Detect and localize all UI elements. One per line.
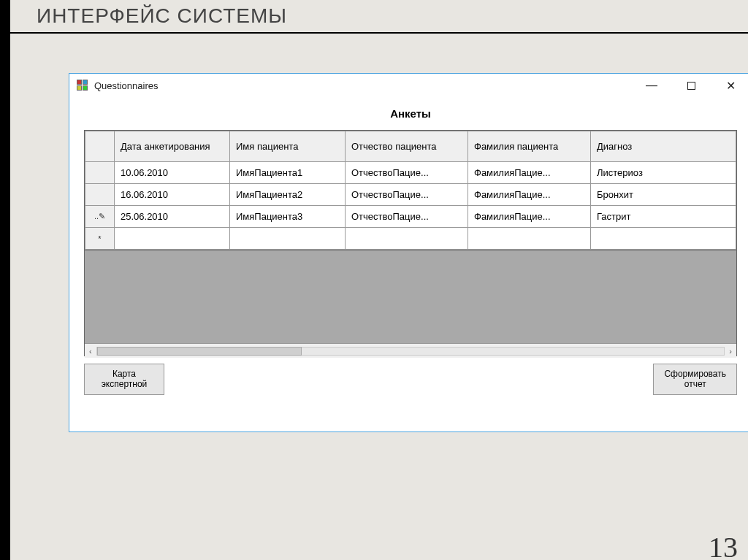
row-indicator: [85, 184, 115, 206]
cell[interactable]: ФамилияПацие...: [468, 206, 591, 228]
window-controls: — ✕: [642, 76, 740, 95]
cell[interactable]: 25.06.2010: [115, 206, 230, 228]
cell[interactable]: ОтчествоПацие...: [346, 206, 468, 228]
cell[interactable]: ОтчествоПацие...: [346, 184, 468, 206]
page-number: 13: [709, 530, 738, 560]
data-grid[interactable]: Дата анкетирования Имя пациента Отчество…: [84, 130, 737, 356]
col-first-name[interactable]: Имя пациента: [230, 131, 346, 162]
table-row-new[interactable]: *: [85, 228, 736, 250]
minimize-button[interactable]: —: [642, 76, 661, 95]
horizontal-scrollbar[interactable]: ‹ ›: [85, 343, 736, 358]
cell[interactable]: [591, 228, 736, 250]
close-button[interactable]: ✕: [721, 76, 740, 95]
cell[interactable]: ИмяПациента3: [230, 206, 346, 228]
maximize-button[interactable]: [682, 76, 701, 95]
scrollbar-thumb[interactable]: [97, 347, 302, 356]
row-indicator-new: *: [85, 228, 115, 250]
cell[interactable]: Бронхит: [591, 184, 736, 206]
row-indicator: [85, 162, 115, 184]
table-header-row: Дата анкетирования Имя пациента Отчество…: [85, 131, 736, 162]
window-title: Questionnaires: [94, 80, 158, 91]
table-row[interactable]: ..✎ 25.06.2010 ИмяПациента3 ОтчествоПаци…: [85, 206, 736, 228]
row-header-corner: [85, 131, 115, 162]
cell[interactable]: [468, 228, 591, 250]
cell[interactable]: ИмяПациента2: [230, 184, 346, 206]
cell[interactable]: ФамилияПацие...: [468, 184, 591, 206]
grid-empty-area: [85, 250, 736, 343]
col-diagnosis[interactable]: Диагноз: [591, 131, 736, 162]
cell[interactable]: ОтчествоПацие...: [346, 162, 468, 184]
scrollbar-track[interactable]: [96, 347, 725, 356]
generate-report-button[interactable]: Сформироватьотчет: [653, 364, 737, 395]
cell[interactable]: 10.06.2010: [115, 162, 230, 184]
expert-card-button[interactable]: Картаэкспертной: [84, 364, 164, 395]
col-patronymic[interactable]: Отчество пациента: [346, 131, 468, 162]
cell[interactable]: Листериоз: [591, 162, 736, 184]
titlebar: Questionnaires — ✕: [69, 74, 748, 97]
cell[interactable]: 16.06.2010: [115, 184, 230, 206]
cell[interactable]: [230, 228, 346, 250]
cell[interactable]: [115, 228, 230, 250]
cell[interactable]: ИмяПациента1: [230, 162, 346, 184]
table-row[interactable]: 16.06.2010 ИмяПациента2 ОтчествоПацие...…: [85, 184, 736, 206]
row-indicator-edit: ..✎: [85, 206, 115, 228]
cell[interactable]: ФамилияПацие...: [468, 162, 591, 184]
app-window: Questionnaires — ✕ Анкеты: [69, 73, 748, 432]
table-row[interactable]: 10.06.2010 ИмяПациента1 ОтчествоПацие...…: [85, 162, 736, 184]
scroll-left-icon[interactable]: ‹: [89, 347, 92, 356]
cell[interactable]: [346, 228, 468, 250]
grid-heading: Анкеты: [84, 107, 737, 120]
scroll-right-icon[interactable]: ›: [729, 347, 732, 356]
slide-title-underline: [10, 32, 748, 34]
col-date[interactable]: Дата анкетирования: [115, 131, 230, 162]
cell[interactable]: Гастрит: [591, 206, 736, 228]
app-icon: [77, 80, 88, 91]
slide-title: ИНТЕРФЕЙС СИСТЕМЫ: [37, 4, 287, 28]
col-last-name[interactable]: Фамилия пациента: [468, 131, 591, 162]
